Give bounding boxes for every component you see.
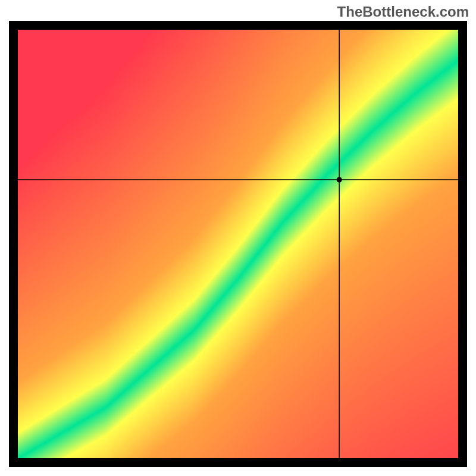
watermark-text: TheBottleneck.com [337,4,469,20]
heatmap-chart [9,21,467,467]
chart-container: TheBottleneck.com [0,0,476,476]
heatmap-canvas [9,21,467,467]
